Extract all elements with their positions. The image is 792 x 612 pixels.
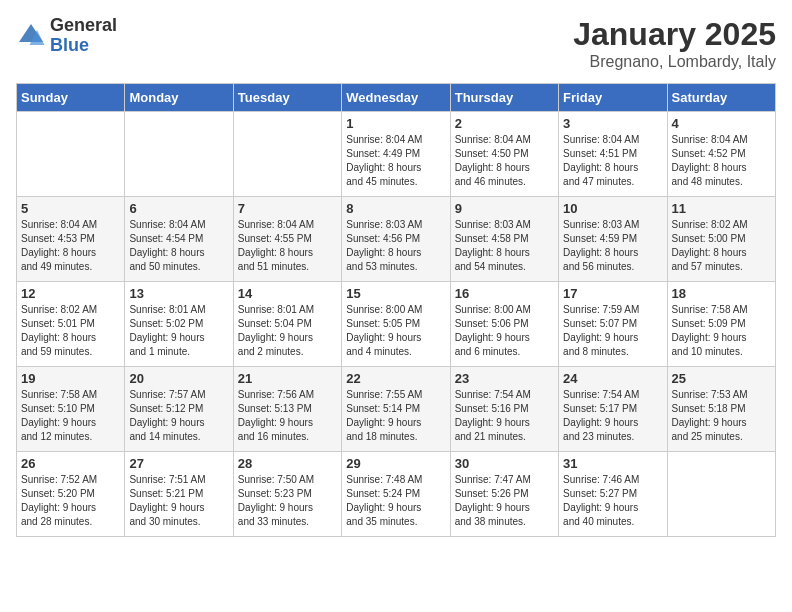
day-info: Sunrise: 8:00 AM Sunset: 5:05 PM Dayligh… — [346, 303, 445, 359]
calendar-cell — [233, 112, 341, 197]
week-row-2: 5Sunrise: 8:04 AM Sunset: 4:53 PM Daylig… — [17, 197, 776, 282]
calendar-cell: 8Sunrise: 8:03 AM Sunset: 4:56 PM Daylig… — [342, 197, 450, 282]
calendar-cell: 22Sunrise: 7:55 AM Sunset: 5:14 PM Dayli… — [342, 367, 450, 452]
day-number: 18 — [672, 286, 771, 301]
day-number: 21 — [238, 371, 337, 386]
day-info: Sunrise: 8:03 AM Sunset: 4:56 PM Dayligh… — [346, 218, 445, 274]
calendar-cell: 17Sunrise: 7:59 AM Sunset: 5:07 PM Dayli… — [559, 282, 667, 367]
calendar-cell — [17, 112, 125, 197]
calendar-cell: 12Sunrise: 8:02 AM Sunset: 5:01 PM Dayli… — [17, 282, 125, 367]
day-number: 2 — [455, 116, 554, 131]
day-info: Sunrise: 7:55 AM Sunset: 5:14 PM Dayligh… — [346, 388, 445, 444]
day-info: Sunrise: 7:46 AM Sunset: 5:27 PM Dayligh… — [563, 473, 662, 529]
day-info: Sunrise: 7:54 AM Sunset: 5:17 PM Dayligh… — [563, 388, 662, 444]
calendar-cell: 14Sunrise: 8:01 AM Sunset: 5:04 PM Dayli… — [233, 282, 341, 367]
calendar-cell: 24Sunrise: 7:54 AM Sunset: 5:17 PM Dayli… — [559, 367, 667, 452]
day-number: 10 — [563, 201, 662, 216]
logo-icon — [16, 21, 46, 51]
calendar-cell: 26Sunrise: 7:52 AM Sunset: 5:20 PM Dayli… — [17, 452, 125, 537]
day-number: 3 — [563, 116, 662, 131]
calendar-cell: 25Sunrise: 7:53 AM Sunset: 5:18 PM Dayli… — [667, 367, 775, 452]
day-number: 6 — [129, 201, 228, 216]
day-number: 11 — [672, 201, 771, 216]
calendar-cell: 31Sunrise: 7:46 AM Sunset: 5:27 PM Dayli… — [559, 452, 667, 537]
day-info: Sunrise: 8:04 AM Sunset: 4:55 PM Dayligh… — [238, 218, 337, 274]
logo-text: General Blue — [50, 16, 117, 56]
calendar-cell: 10Sunrise: 8:03 AM Sunset: 4:59 PM Dayli… — [559, 197, 667, 282]
calendar-cell: 16Sunrise: 8:00 AM Sunset: 5:06 PM Dayli… — [450, 282, 558, 367]
calendar-table: SundayMondayTuesdayWednesdayThursdayFrid… — [16, 83, 776, 537]
calendar-cell: 4Sunrise: 8:04 AM Sunset: 4:52 PM Daylig… — [667, 112, 775, 197]
day-info: Sunrise: 8:03 AM Sunset: 4:58 PM Dayligh… — [455, 218, 554, 274]
day-number: 14 — [238, 286, 337, 301]
weekday-header-sunday: Sunday — [17, 84, 125, 112]
title-area: January 2025 Bregnano, Lombardy, Italy — [573, 16, 776, 71]
calendar-cell: 20Sunrise: 7:57 AM Sunset: 5:12 PM Dayli… — [125, 367, 233, 452]
calendar-cell: 9Sunrise: 8:03 AM Sunset: 4:58 PM Daylig… — [450, 197, 558, 282]
day-info: Sunrise: 7:56 AM Sunset: 5:13 PM Dayligh… — [238, 388, 337, 444]
day-info: Sunrise: 8:03 AM Sunset: 4:59 PM Dayligh… — [563, 218, 662, 274]
day-info: Sunrise: 8:04 AM Sunset: 4:51 PM Dayligh… — [563, 133, 662, 189]
day-info: Sunrise: 8:04 AM Sunset: 4:54 PM Dayligh… — [129, 218, 228, 274]
calendar-cell: 21Sunrise: 7:56 AM Sunset: 5:13 PM Dayli… — [233, 367, 341, 452]
day-info: Sunrise: 8:04 AM Sunset: 4:52 PM Dayligh… — [672, 133, 771, 189]
calendar-cell: 29Sunrise: 7:48 AM Sunset: 5:24 PM Dayli… — [342, 452, 450, 537]
calendar-cell: 13Sunrise: 8:01 AM Sunset: 5:02 PM Dayli… — [125, 282, 233, 367]
day-info: Sunrise: 8:00 AM Sunset: 5:06 PM Dayligh… — [455, 303, 554, 359]
day-number: 17 — [563, 286, 662, 301]
weekday-header-row: SundayMondayTuesdayWednesdayThursdayFrid… — [17, 84, 776, 112]
week-row-4: 19Sunrise: 7:58 AM Sunset: 5:10 PM Dayli… — [17, 367, 776, 452]
calendar-cell: 19Sunrise: 7:58 AM Sunset: 5:10 PM Dayli… — [17, 367, 125, 452]
day-info: Sunrise: 7:59 AM Sunset: 5:07 PM Dayligh… — [563, 303, 662, 359]
day-number: 7 — [238, 201, 337, 216]
page-header: General Blue January 2025 Bregnano, Lomb… — [16, 16, 776, 71]
calendar-cell — [667, 452, 775, 537]
week-row-1: 1Sunrise: 8:04 AM Sunset: 4:49 PM Daylig… — [17, 112, 776, 197]
day-info: Sunrise: 7:52 AM Sunset: 5:20 PM Dayligh… — [21, 473, 120, 529]
week-row-3: 12Sunrise: 8:02 AM Sunset: 5:01 PM Dayli… — [17, 282, 776, 367]
location-title: Bregnano, Lombardy, Italy — [573, 53, 776, 71]
day-number: 27 — [129, 456, 228, 471]
day-info: Sunrise: 8:04 AM Sunset: 4:50 PM Dayligh… — [455, 133, 554, 189]
day-info: Sunrise: 8:02 AM Sunset: 5:00 PM Dayligh… — [672, 218, 771, 274]
weekday-header-friday: Friday — [559, 84, 667, 112]
weekday-header-tuesday: Tuesday — [233, 84, 341, 112]
week-row-5: 26Sunrise: 7:52 AM Sunset: 5:20 PM Dayli… — [17, 452, 776, 537]
day-number: 30 — [455, 456, 554, 471]
day-number: 19 — [21, 371, 120, 386]
weekday-header-saturday: Saturday — [667, 84, 775, 112]
day-info: Sunrise: 7:58 AM Sunset: 5:09 PM Dayligh… — [672, 303, 771, 359]
day-info: Sunrise: 7:47 AM Sunset: 5:26 PM Dayligh… — [455, 473, 554, 529]
day-info: Sunrise: 8:04 AM Sunset: 4:49 PM Dayligh… — [346, 133, 445, 189]
calendar-cell: 11Sunrise: 8:02 AM Sunset: 5:00 PM Dayli… — [667, 197, 775, 282]
day-number: 4 — [672, 116, 771, 131]
calendar-cell — [125, 112, 233, 197]
day-number: 1 — [346, 116, 445, 131]
weekday-header-thursday: Thursday — [450, 84, 558, 112]
day-number: 24 — [563, 371, 662, 386]
day-number: 31 — [563, 456, 662, 471]
calendar-cell: 18Sunrise: 7:58 AM Sunset: 5:09 PM Dayli… — [667, 282, 775, 367]
day-number: 23 — [455, 371, 554, 386]
day-info: Sunrise: 7:51 AM Sunset: 5:21 PM Dayligh… — [129, 473, 228, 529]
day-number: 5 — [21, 201, 120, 216]
day-info: Sunrise: 7:58 AM Sunset: 5:10 PM Dayligh… — [21, 388, 120, 444]
calendar-cell: 28Sunrise: 7:50 AM Sunset: 5:23 PM Dayli… — [233, 452, 341, 537]
day-number: 22 — [346, 371, 445, 386]
day-info: Sunrise: 7:50 AM Sunset: 5:23 PM Dayligh… — [238, 473, 337, 529]
day-number: 13 — [129, 286, 228, 301]
logo-general: General — [50, 16, 117, 36]
calendar-cell: 2Sunrise: 8:04 AM Sunset: 4:50 PM Daylig… — [450, 112, 558, 197]
calendar-cell: 23Sunrise: 7:54 AM Sunset: 5:16 PM Dayli… — [450, 367, 558, 452]
month-title: January 2025 — [573, 16, 776, 53]
day-number: 26 — [21, 456, 120, 471]
calendar-cell: 15Sunrise: 8:00 AM Sunset: 5:05 PM Dayli… — [342, 282, 450, 367]
calendar-cell: 27Sunrise: 7:51 AM Sunset: 5:21 PM Dayli… — [125, 452, 233, 537]
calendar-cell: 6Sunrise: 8:04 AM Sunset: 4:54 PM Daylig… — [125, 197, 233, 282]
day-number: 15 — [346, 286, 445, 301]
day-number: 9 — [455, 201, 554, 216]
calendar-cell: 3Sunrise: 8:04 AM Sunset: 4:51 PM Daylig… — [559, 112, 667, 197]
day-info: Sunrise: 7:53 AM Sunset: 5:18 PM Dayligh… — [672, 388, 771, 444]
calendar-cell: 5Sunrise: 8:04 AM Sunset: 4:53 PM Daylig… — [17, 197, 125, 282]
day-number: 12 — [21, 286, 120, 301]
